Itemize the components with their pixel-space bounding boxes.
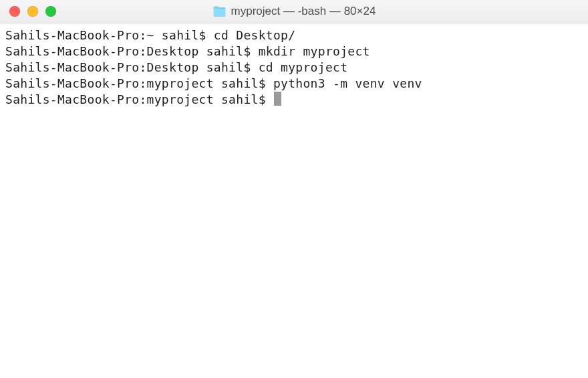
window-titlebar: myproject — -bash — 80×24 — [0, 0, 588, 23]
traffic-lights — [0, 6, 56, 17]
terminal-line: Sahils-MacBook-Pro:Desktop sahil$ cd myp… — [5, 60, 583, 76]
prompt: Sahils-MacBook-Pro:myproject sahil$ — [5, 76, 273, 90]
prompt: Sahils-MacBook-Pro:myproject sahil$ — [5, 92, 273, 106]
command: python3 -m venv venv — [273, 76, 422, 90]
terminal-line: Sahils-MacBook-Pro:~ sahil$ cd Desktop/ — [5, 27, 583, 43]
minimize-icon[interactable] — [27, 6, 38, 17]
window-title-area: myproject — -bash — 80×24 — [0, 5, 588, 18]
prompt: Sahils-MacBook-Pro:~ sahil$ — [5, 28, 214, 42]
command: cd myproject — [259, 60, 348, 74]
cursor-icon — [274, 92, 281, 106]
window-title: myproject — -bash — 80×24 — [231, 5, 376, 18]
terminal-line: Sahils-MacBook-Pro:myproject sahil$ — [5, 92, 583, 108]
terminal-body[interactable]: Sahils-MacBook-Pro:~ sahil$ cd Desktop/ … — [0, 23, 588, 112]
folder-icon — [212, 6, 227, 17]
zoom-icon[interactable] — [45, 6, 56, 17]
close-icon[interactable] — [9, 6, 20, 17]
command: mkdir myproject — [259, 44, 370, 58]
terminal-line: Sahils-MacBook-Pro:myproject sahil$ pyth… — [5, 76, 583, 92]
prompt: Sahils-MacBook-Pro:Desktop sahil$ — [5, 44, 259, 58]
terminal-line: Sahils-MacBook-Pro:Desktop sahil$ mkdir … — [5, 43, 583, 60]
prompt: Sahils-MacBook-Pro:Desktop sahil$ — [5, 60, 259, 74]
command: cd Desktop/ — [214, 28, 296, 42]
